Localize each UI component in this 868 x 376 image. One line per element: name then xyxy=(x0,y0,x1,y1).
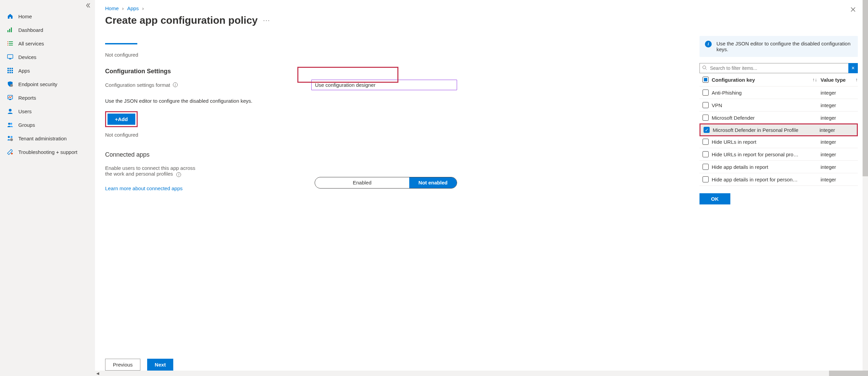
close-panel-button[interactable] xyxy=(850,6,856,14)
segment-not-enabled[interactable]: Not enabled xyxy=(409,177,457,188)
svg-point-20 xyxy=(10,84,13,87)
row-checkbox[interactable] xyxy=(703,115,709,121)
search-clear-button[interactable]: × xyxy=(848,63,858,73)
config-key-row[interactable]: VPNinteger xyxy=(699,99,858,112)
configuration-settings-section: Configuration Settings Configuration set… xyxy=(105,68,685,91)
svg-point-24 xyxy=(8,123,10,125)
nav-home[interactable]: Home xyxy=(0,9,95,23)
config-key-row[interactable]: Hide app details in report for personal … xyxy=(699,173,858,186)
column-header-key[interactable]: Configuration key xyxy=(712,77,755,83)
breadcrumb-home[interactable]: Home xyxy=(105,5,119,11)
status-text: Not configured xyxy=(105,132,685,138)
tenant-icon xyxy=(7,135,14,142)
collapse-sidebar-button[interactable] xyxy=(84,1,92,9)
scrollbar-thumb[interactable] xyxy=(829,371,868,376)
nav-label: Dashboard xyxy=(18,27,43,33)
config-key-row[interactable]: Microsoft Defender in Personal Profilein… xyxy=(701,124,857,135)
sidebar: Home Dashboard All services Devices Apps… xyxy=(0,0,95,376)
svg-point-25 xyxy=(10,123,12,125)
list-icon xyxy=(7,40,14,47)
config-format-select[interactable]: Use configuration designer xyxy=(311,80,457,90)
svg-point-29 xyxy=(703,66,706,69)
learn-more-link[interactable]: Learn more about connected apps xyxy=(105,185,183,191)
config-key-row[interactable]: Hide URLs in reportinteger xyxy=(699,136,858,148)
svg-point-28 xyxy=(10,138,13,141)
enabled-toggle[interactable]: Enabled Not enabled xyxy=(315,177,457,189)
sort-icon[interactable]: ↑↓ xyxy=(812,77,817,82)
nav-tenant-admin[interactable]: Tenant administration xyxy=(0,132,95,145)
search-input[interactable] xyxy=(699,63,848,73)
nav-reports[interactable]: Reports xyxy=(0,91,95,104)
configuration-keys-panel: i Use the JSON editor to configure the d… xyxy=(695,0,863,376)
ok-button[interactable]: OK xyxy=(699,193,730,204)
svg-rect-14 xyxy=(7,70,9,71)
scroll-left-arrow[interactable]: ◀ xyxy=(95,371,100,376)
svg-rect-7 xyxy=(7,45,8,45)
reports-icon xyxy=(7,94,14,101)
config-key-row[interactable]: Hide app details in reportinteger xyxy=(699,161,858,173)
row-checkbox[interactable] xyxy=(703,102,709,108)
config-key-name: Hide URLs in report xyxy=(712,139,756,145)
nav-dashboard[interactable]: Dashboard xyxy=(0,23,95,37)
value-type: integer xyxy=(821,177,836,182)
svg-rect-1 xyxy=(9,29,10,32)
config-key-row[interactable]: Microsoft Defenderinteger xyxy=(699,112,858,124)
row-checkbox[interactable] xyxy=(704,127,710,133)
nav-endpoint-security[interactable]: Endpoint security xyxy=(0,77,95,91)
sort-icon[interactable]: ↑ xyxy=(855,77,858,82)
nav-groups[interactable]: Groups xyxy=(0,118,95,132)
config-key-row[interactable]: Anti-Phishinginteger xyxy=(699,86,858,99)
select-all-checkbox[interactable] xyxy=(703,77,709,83)
value-type: integer xyxy=(821,90,836,96)
row-checkbox[interactable] xyxy=(703,151,709,157)
horizontal-scrollbar[interactable]: ◀ xyxy=(95,371,868,376)
close-icon xyxy=(850,7,856,12)
previous-button[interactable]: Previous xyxy=(105,359,140,371)
annotation-highlight: Microsoft Defender in Personal Profilein… xyxy=(699,123,858,136)
footer-buttons: Previous Next xyxy=(105,359,173,371)
shield-icon xyxy=(7,81,14,87)
svg-rect-6 xyxy=(9,43,13,44)
main-content: Home › Apps › Create app configuration p… xyxy=(95,0,695,376)
svg-rect-13 xyxy=(12,68,13,69)
config-key-name: Microsoft Defender in Personal Profile xyxy=(713,127,798,133)
config-key-row[interactable]: Hide URLs in report for personal profile… xyxy=(699,148,858,161)
info-icon[interactable]: i xyxy=(173,82,178,87)
column-header-value[interactable]: Value type xyxy=(821,77,846,83)
chevron-right-icon: › xyxy=(142,5,144,11)
nav-users[interactable]: Users xyxy=(0,104,95,118)
search-icon xyxy=(702,65,707,71)
nav-label: Apps xyxy=(18,68,30,74)
nav-troubleshooting[interactable]: Troubleshooting + support xyxy=(0,145,95,159)
nav-label: Endpoint security xyxy=(18,81,57,87)
chevron-right-icon: › xyxy=(122,5,124,11)
nav-all-services[interactable]: All services xyxy=(0,37,95,50)
nav-apps[interactable]: Apps xyxy=(0,64,95,77)
svg-rect-15 xyxy=(9,70,11,71)
config-key-name: Anti-Phishing xyxy=(712,90,742,96)
row-checkbox[interactable] xyxy=(703,90,709,96)
nav-devices[interactable]: Devices xyxy=(0,50,95,64)
next-button[interactable]: Next xyxy=(147,359,173,371)
svg-rect-5 xyxy=(7,43,8,44)
row-checkbox[interactable] xyxy=(703,176,709,182)
info-icon[interactable]: i xyxy=(176,172,181,177)
scrollbar-thumb[interactable] xyxy=(863,0,868,176)
segment-enabled[interactable]: Enabled xyxy=(315,177,409,188)
annotation-highlight: +Add xyxy=(105,111,138,127)
add-button[interactable]: +Add xyxy=(107,114,135,125)
config-key-list: Anti-PhishingintegerVPNintegerMicrosoft … xyxy=(699,86,858,186)
svg-rect-16 xyxy=(12,70,13,71)
breadcrumb-apps[interactable]: Apps xyxy=(127,5,139,11)
nav-label: Reports xyxy=(18,95,36,101)
svg-rect-11 xyxy=(7,68,9,69)
page-title-row: Create app configuration policy ··· xyxy=(105,15,685,26)
vertical-scrollbar[interactable] xyxy=(863,0,868,376)
row-checkbox[interactable] xyxy=(703,164,709,170)
more-actions-button[interactable]: ··· xyxy=(263,17,270,24)
svg-point-26 xyxy=(8,136,10,138)
row-checkbox[interactable] xyxy=(703,139,709,145)
svg-point-27 xyxy=(11,136,13,138)
nav-label: Users xyxy=(18,108,32,114)
wrench-icon xyxy=(7,149,14,155)
